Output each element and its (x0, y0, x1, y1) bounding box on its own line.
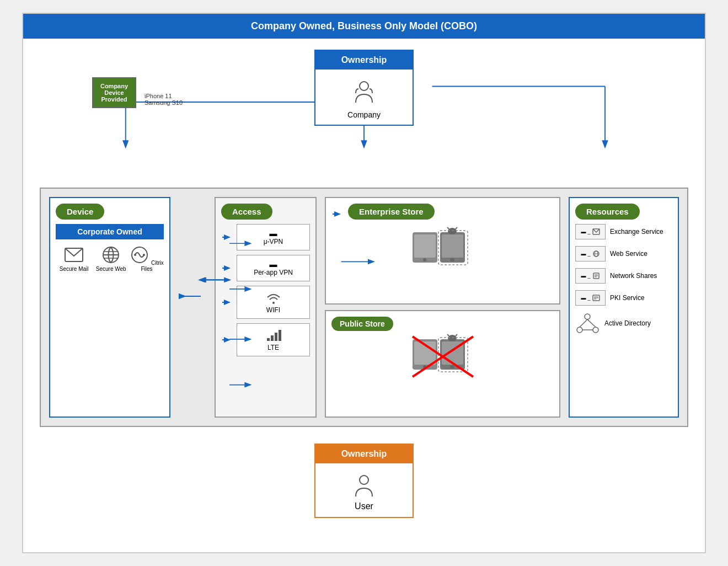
wifi-icon (265, 291, 282, 305)
uvpn-row: ▬ μ-VPN (221, 224, 310, 250)
svg-rect-27 (279, 330, 281, 341)
uvpn-arrow-icon (221, 232, 232, 243)
device-labels: iPhone 11 Samsung S10 (144, 93, 183, 106)
active-directory-icon (575, 312, 600, 334)
title-bar: Company Owned, Business Only Model (COBO… (23, 14, 705, 39)
lte-arrow-icon (221, 334, 232, 345)
secure-web-icon (101, 245, 121, 265)
uvpn-item: ▬ μ-VPN (237, 224, 310, 250)
network-icon-inner: ▬ _ (581, 273, 599, 279)
svg-rect-24 (267, 338, 270, 341)
citrix-files-icon-item: Citrix Files (130, 245, 164, 272)
lte-label: LTE (242, 344, 305, 351)
svg-point-5 (360, 82, 368, 90)
user-ownership-body: User (315, 463, 413, 517)
device-model-iphone: iPhone 11 (144, 93, 183, 99)
svg-line-45 (447, 334, 449, 336)
network-shares-item: ▬ _ Network Shares (575, 268, 672, 284)
exchange-service-item: ▬ _ Exchange Service (575, 224, 672, 239)
svg-rect-32 (442, 234, 463, 258)
svg-point-44 (448, 335, 457, 341)
pki-service-label: PKI Service (610, 294, 645, 302)
pki-key-icon (592, 295, 600, 301)
svg-point-33 (450, 258, 454, 261)
svg-line-46 (456, 334, 457, 336)
secure-web-label: Secure Web (96, 266, 126, 272)
network-doc-icon (592, 273, 600, 279)
user-label: User (321, 501, 407, 511)
svg-line-65 (580, 319, 587, 327)
svg-point-62 (585, 314, 590, 319)
svg-rect-25 (271, 335, 274, 341)
svg-rect-26 (275, 333, 277, 341)
user-ownership-header: Ownership (315, 445, 413, 463)
exchange-mail-icon (592, 228, 600, 235)
company-ownership-box: Ownership Company (314, 50, 414, 126)
secure-mail-icon (64, 245, 84, 265)
access-column: Access ▬ μ-VPN (215, 197, 317, 418)
exchange-label: Exchange Service (610, 228, 663, 236)
pervpn-row: ▬ Per-app VPN (221, 255, 310, 281)
main-area: Device Corporate Owned Secure Mail (40, 188, 688, 427)
enterprise-store-icons (331, 227, 554, 271)
pervpn-item: ▬ Per-app VPN (237, 255, 310, 281)
lte-row: LTE (221, 323, 310, 356)
device-access-arrow-svg (179, 197, 206, 418)
svg-point-63 (577, 327, 582, 333)
svg-rect-29 (414, 234, 436, 258)
pki-icon-inner: ▬ _ (581, 295, 599, 301)
title-text: Company Owned, Business Only Model (COBO… (251, 20, 477, 31)
access-badge: Access (221, 204, 272, 220)
svg-point-23 (272, 302, 275, 304)
enterprise-store-header: Enterprise Store (331, 204, 554, 224)
diagram-wrapper: Company Owned, Business Only Model (COBO… (22, 13, 706, 553)
corporate-owned-label: Corporate Owned (56, 224, 164, 239)
pervpn-label: Per-app VPN (242, 269, 305, 276)
wifi-arrow-icon (221, 297, 232, 308)
svg-line-66 (587, 319, 596, 327)
pervpn-arrow-icon (221, 263, 232, 274)
svg-point-68 (360, 476, 368, 484)
company-label: Company (321, 110, 407, 119)
citrix-files-icon (130, 245, 149, 265)
wifi-label: WIFI (242, 306, 305, 314)
app-icons: Secure Mail Secure Web (56, 245, 164, 272)
enterprise-store-box: Enterprise Store (325, 197, 560, 305)
web-icon-inner: ▬ _ (581, 250, 599, 257)
svg-line-35 (447, 227, 449, 229)
resources-column: Resources ▬ _ (569, 197, 679, 418)
top-section: Company Device Provided iPhone 11 Samsun… (40, 50, 688, 154)
device-badge: Device (56, 204, 104, 220)
company-person-icon (350, 78, 378, 105)
bottom-ownership: Ownership User (40, 444, 688, 518)
active-directory-label: Active Directory (604, 319, 651, 327)
enterprise-store-badge: Enterprise Store (348, 204, 435, 220)
exchange-icon-box: ▬ _ (575, 224, 606, 239)
company-device-label: Company Device Provided (100, 83, 128, 103)
svg-point-21 (143, 254, 145, 256)
device-model-samsung: Samsung S10 (144, 99, 183, 106)
wifi-row: WIFI (221, 286, 310, 319)
columns: Device Corporate Owned Secure Mail (49, 197, 679, 418)
public-store-box: Public Store (325, 310, 560, 418)
diagram-content: Company Device Provided iPhone 11 Samsun… (23, 39, 705, 529)
web-service-label: Web Service (610, 250, 647, 258)
wifi-item: WIFI (237, 286, 310, 319)
device-access-arrow (179, 197, 206, 418)
svg-point-64 (593, 327, 598, 333)
web-icon-box: ▬ _ (575, 246, 606, 261)
user-ownership-box: Ownership User (314, 444, 414, 518)
secure-mail-icon-item: Secure Mail (56, 245, 92, 272)
company-ownership-body: Company (315, 70, 413, 125)
resources-badge: Resources (575, 204, 640, 220)
svg-point-20 (134, 254, 136, 256)
svg-point-43 (450, 365, 454, 369)
company-ownership-header: Ownership (315, 51, 413, 70)
public-store-icons (331, 334, 554, 378)
lte-icon (265, 328, 282, 342)
svg-point-30 (423, 258, 426, 261)
exchange-icon-inner: ▬ _ (581, 228, 599, 235)
user-person-icon (350, 472, 378, 499)
network-icon-box: ▬ _ (575, 268, 606, 284)
network-shares-label: Network Shares (610, 272, 657, 280)
